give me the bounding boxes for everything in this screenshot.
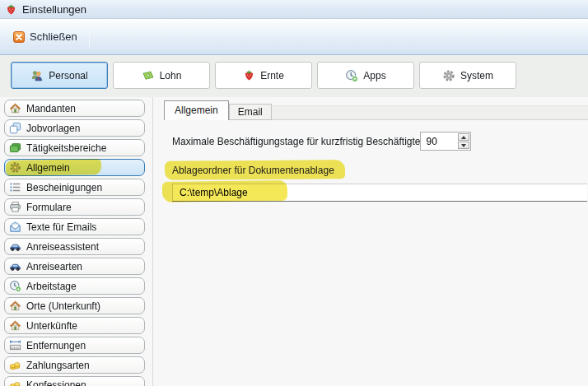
category-label: Lohn	[160, 70, 182, 81]
sidebar-item-anreisearten[interactable]: Anreisearten	[4, 258, 145, 275]
arrow-up-icon	[461, 136, 466, 139]
max-days-row: Maximale Beschäftigungstage für kurzfris…	[172, 132, 465, 151]
category-label: Personal	[49, 70, 87, 81]
settings-panel: Maximale Beschäftigungstage für kurzfris…	[153, 120, 588, 386]
sidebar-item-zahlungsarten[interactable]: Zahlungsarten	[4, 356, 145, 374]
max-days-label: Maximale Beschäftigungstage für kurzfris…	[172, 136, 420, 147]
sidebar-item-label: Orte (Unterkunft)	[26, 300, 100, 312]
folder-input-row	[172, 184, 588, 202]
tab-email[interactable]: Email	[229, 104, 272, 120]
sidebar-item-mandanten[interactable]: Mandanten	[4, 100, 145, 117]
ruler-icon	[9, 339, 21, 351]
sidebar-item-formulare[interactable]: Formulare	[4, 198, 145, 216]
tabstrip: Allgemein Email	[153, 100, 588, 120]
category-lohn[interactable]: Lohn	[113, 62, 210, 89]
sidebar-item-label: Entfernungen	[26, 340, 86, 351]
window-title: Einstellungen	[22, 3, 86, 16]
tab-allgemein[interactable]: Allgemein	[164, 100, 229, 120]
category-personal[interactable]: Personal	[11, 62, 108, 89]
max-days-spinner[interactable]	[420, 132, 471, 151]
list-icon	[9, 181, 21, 193]
sidebar-item-label: Anreiseassistent	[26, 241, 99, 253]
main-area: Mandanten Jobvorlagen	[0, 97, 588, 386]
sidebar-item-arbeitstage[interactable]: Arbeitstage	[4, 277, 145, 295]
home-icon	[9, 319, 21, 332]
sidebar-item-label: Jobvorlagen	[26, 123, 80, 134]
folders-icon	[9, 142, 21, 154]
sidebar-item-taetigkeitsbereiche[interactable]: Tätigkeitsbereiche	[4, 139, 145, 156]
sidebar-item-orte-unterkunft[interactable]: Orte (Unterkunft)	[4, 297, 145, 314]
gear-icon	[9, 161, 21, 174]
copy-icon	[9, 122, 21, 134]
toolbar-separator	[89, 26, 90, 49]
envelope-icon	[9, 221, 21, 233]
people-icon	[30, 69, 44, 82]
close-icon	[13, 31, 25, 43]
titlebar: Einstellungen	[0, 0, 588, 19]
sidebar-item-jobvorlagen[interactable]: Jobvorlagen	[4, 119, 145, 137]
sidebar-item-unterkuenfte[interactable]: Unterkünfte	[4, 317, 145, 334]
coins-icon	[9, 379, 21, 386]
sidebar-item-label: Tätigkeitsbereiche	[26, 142, 106, 154]
sidebar-item-label: Allgemein	[26, 162, 70, 174]
sidebar-item-label: Texte für Emails	[26, 221, 96, 233]
folder-label-marker: Ablageordner für Dokumentenablage	[172, 165, 334, 176]
car-icon	[9, 260, 21, 272]
strawberry-icon	[243, 69, 255, 81]
spin-buttons	[457, 133, 470, 150]
tabstrip-filler	[272, 105, 588, 120]
home-icon	[9, 300, 21, 312]
sidebar-item-label: Arbeitstage	[26, 281, 77, 292]
max-days-input[interactable]	[421, 133, 457, 150]
sidebar: Mandanten Jobvorlagen	[0, 97, 153, 386]
category-label: Ernte	[260, 70, 284, 81]
banknote-icon	[142, 69, 155, 82]
category-row: Personal Lohn Ernte	[0, 55, 588, 97]
close-button-label: Schließen	[30, 30, 77, 43]
sidebar-item-label: Anreisearten	[26, 261, 82, 272]
gear-icon	[442, 69, 455, 82]
sidebar-item-anreiseassistent[interactable]: Anreiseassistent	[4, 238, 145, 255]
strawberry-icon	[5, 3, 17, 16]
spin-down-button[interactable]	[458, 142, 469, 149]
sidebar-item-label: Formulare	[26, 202, 72, 213]
printer-icon	[9, 201, 21, 213]
clock-plus-icon	[9, 280, 21, 292]
clock-plus-icon	[345, 69, 358, 82]
folder-label: Ablageordner für Dokumentenablage	[172, 165, 334, 176]
category-system[interactable]: System	[419, 62, 516, 89]
sidebar-item-texte-fuer-emails[interactable]: Texte für Emails	[4, 218, 145, 235]
category-ernte[interactable]: Ernte	[215, 62, 312, 89]
close-button[interactable]: Schließen	[7, 27, 84, 46]
sidebar-item-entfernungen[interactable]: Entfernungen	[4, 337, 145, 354]
coins-icon	[9, 359, 21, 371]
sidebar-item-bescheinigungen[interactable]: Bescheinigungen	[4, 179, 145, 196]
category-apps[interactable]: Apps	[317, 62, 414, 89]
sidebar-item-label: Bescheinigungen	[26, 182, 102, 193]
sidebar-item-konfessionen[interactable]: Konfessionen	[4, 376, 145, 386]
category-label: System	[460, 70, 493, 81]
sidebar-item-allgemein[interactable]: Allgemein	[4, 159, 145, 176]
arrow-down-icon	[461, 144, 466, 147]
settings-window: Einstellungen Schließen	[0, 0, 588, 386]
toolbar: Schließen	[0, 19, 588, 55]
folder-path-input[interactable]	[172, 184, 587, 202]
content-area: Allgemein Email Maximale Beschäftigungst…	[153, 97, 588, 386]
sidebar-item-label: Unterkünfte	[26, 320, 77, 332]
car-icon	[9, 240, 21, 253]
category-label: Apps	[363, 70, 385, 81]
sidebar-item-label: Konfessionen	[26, 379, 86, 386]
sidebar-item-label: Zahlungsarten	[26, 360, 90, 371]
sidebar-item-label: Mandanten	[26, 103, 76, 114]
home-icon	[9, 102, 21, 114]
spin-up-button[interactable]	[458, 133, 469, 141]
folder-label-row: Ablageordner für Dokumentenablage	[172, 165, 588, 176]
